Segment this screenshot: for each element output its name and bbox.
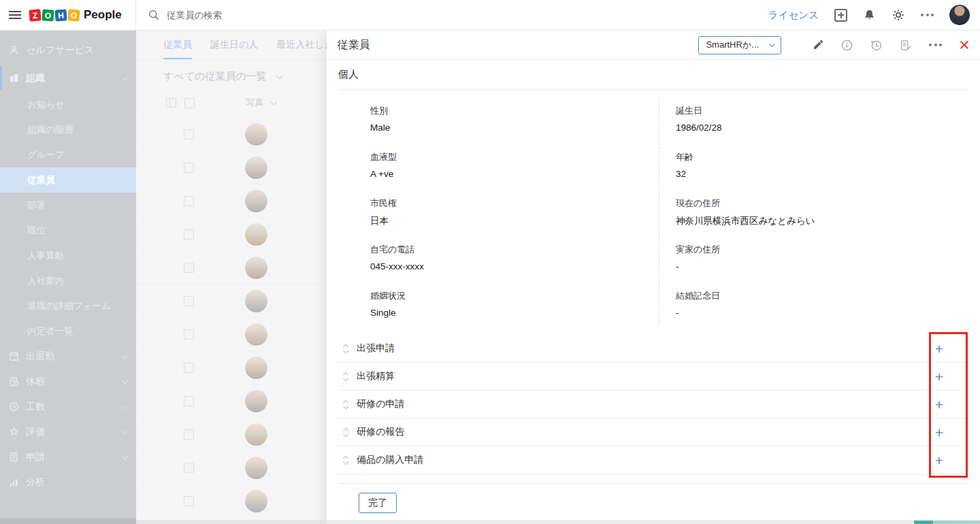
sidebar-item-candidates[interactable]: 内定者一覧 <box>0 318 136 344</box>
photo-column-header[interactable]: 写真 <box>246 97 263 109</box>
row-checkbox[interactable] <box>184 296 194 306</box>
employee-avatar[interactable] <box>245 157 267 179</box>
sidebar-item-employees[interactable]: 従業員 <box>0 167 136 193</box>
logo-tile-h: H <box>54 9 67 21</box>
sidebar-item-performance[interactable]: 評価 <box>0 419 136 444</box>
field-value: 神奈川県横浜市西区みなとみらい <box>676 215 968 227</box>
row-checkbox[interactable] <box>184 496 194 506</box>
tab-birthdays[interactable]: 誕生日の人 <box>210 31 258 59</box>
sidebar-item-designations[interactable]: 職位 <box>0 218 136 243</box>
sidebar-item-self-service[interactable]: セルフサービス <box>0 36 136 64</box>
sidebar-item-org-hierarchy[interactable]: 組織の階層 <box>0 117 136 142</box>
more-options-icon[interactable] <box>921 14 934 16</box>
bar-chart-icon <box>9 477 19 487</box>
expand-collapse-icon[interactable] <box>344 373 348 380</box>
row-checkbox[interactable] <box>184 463 194 473</box>
row-checkbox[interactable] <box>184 196 194 206</box>
view-selector[interactable]: すべての従業員の一覧 <box>136 60 327 83</box>
audit-log-icon[interactable] <box>900 39 911 51</box>
search-input[interactable] <box>167 10 453 20</box>
employee-avatar[interactable] <box>245 290 267 312</box>
notifications-bell-icon[interactable] <box>863 9 876 22</box>
row-checkbox[interactable] <box>184 163 194 173</box>
tab-employees[interactable]: 従業員 <box>163 31 192 59</box>
edit-pencil-icon[interactable] <box>813 39 823 50</box>
employee-avatar[interactable] <box>245 490 267 512</box>
hamburger-menu-icon[interactable] <box>9 11 21 19</box>
sidebar-item-announcements[interactable]: お知らせ <box>0 92 136 117</box>
row-checkbox[interactable] <box>184 229 194 240</box>
sidebar-item-departments[interactable]: 部署 <box>0 193 136 218</box>
sidebar-item-organization[interactable]: 組織 <box>0 64 136 92</box>
employee-avatar[interactable] <box>245 123 267 146</box>
employee-avatar[interactable] <box>245 257 267 279</box>
field-label: 自宅の電話 <box>370 244 653 256</box>
employee-avatar[interactable] <box>245 390 267 412</box>
panel-more-options-icon[interactable] <box>929 44 942 46</box>
panel-header: 従業員 SmartHRか... <box>327 31 980 60</box>
row-checkbox[interactable] <box>184 129 194 140</box>
field-age: 年齢32 <box>653 144 968 191</box>
section-row-training-report[interactable]: 研修の報告 + <box>338 419 968 446</box>
close-icon[interactable] <box>960 40 969 50</box>
row-checkbox[interactable] <box>184 396 194 406</box>
add-column-icon[interactable] <box>166 98 176 108</box>
sidebar-item-requests[interactable]: 申請 <box>0 444 136 470</box>
sidebar-item-timesheet[interactable]: 工数 <box>0 394 136 419</box>
tab-recent-joiners[interactable]: 最近入社した人 <box>276 31 327 59</box>
table-row <box>136 217 327 250</box>
table-row <box>136 117 327 150</box>
field-label: 結婚記念日 <box>676 290 968 302</box>
sidebar-item-exit-details-form[interactable]: 退職の詳細フォーム <box>0 293 136 318</box>
personal-section-title: 個人 <box>338 60 968 90</box>
field-marital-status: 婚姻状況Single <box>338 283 653 329</box>
row-checkbox[interactable] <box>184 363 194 373</box>
row-checkbox[interactable] <box>184 429 194 440</box>
chat-widget-strip <box>914 521 980 524</box>
field-citizenship: 市民権日本 <box>338 191 653 237</box>
sidebar-item-label: 申請 <box>26 451 45 463</box>
expand-collapse-icon[interactable] <box>344 457 348 464</box>
section-row-travel-request[interactable]: 出張申請 + <box>338 335 968 363</box>
expand-collapse-icon[interactable] <box>344 401 348 408</box>
table-row <box>136 484 327 517</box>
chevron-down-icon <box>769 42 774 47</box>
employee-avatar[interactable] <box>245 223 267 246</box>
sidebar-item-leave[interactable]: 休暇 <box>0 369 136 394</box>
employee-rows <box>136 117 327 517</box>
table-row <box>136 250 327 284</box>
settings-gear-icon[interactable] <box>892 8 905 22</box>
row-checkbox[interactable] <box>184 329 194 340</box>
section-row-travel-expense[interactable]: 出張精算 + <box>338 363 968 391</box>
sidebar-item-analytics[interactable]: 分析 <box>0 470 136 495</box>
section-title: 研修の報告 <box>357 426 404 438</box>
license-link[interactable]: ライセンス <box>768 9 819 22</box>
sidebar-item-groups[interactable]: グループ <box>0 142 136 167</box>
info-icon[interactable] <box>841 39 853 51</box>
done-button[interactable]: 完了 <box>359 493 397 513</box>
employee-avatar[interactable] <box>245 357 267 379</box>
employee-avatar[interactable] <box>245 323 267 346</box>
section-row-training-request[interactable]: 研修の申請 + <box>338 391 968 419</box>
sidebar-item-onboarding[interactable]: 入社案内 <box>0 268 136 293</box>
select-all-checkbox[interactable] <box>184 98 195 108</box>
employee-avatar[interactable] <box>245 423 267 446</box>
row-checkbox[interactable] <box>184 263 194 273</box>
sidebar-item-hr-changes[interactable]: 人事異動 <box>0 243 136 268</box>
field-wedding-anniversary: 結婚記念日- <box>653 283 968 329</box>
field-value: 日本 <box>370 215 653 227</box>
employee-avatar[interactable] <box>245 190 267 212</box>
section-title: 出張申請 <box>357 342 395 355</box>
section-row-equipment-purchase[interactable]: 備品の購入申請 + <box>338 446 968 474</box>
sidebar-item-attendance[interactable]: 出退勤 <box>0 344 136 369</box>
zoho-people-logo[interactable]: Z O H O People <box>29 8 122 22</box>
template-dropdown[interactable]: SmartHRか... <box>698 36 781 54</box>
user-avatar[interactable] <box>949 5 970 25</box>
panel-header-actions <box>813 39 969 51</box>
history-icon[interactable] <box>870 39 882 51</box>
quick-add-icon[interactable] <box>834 9 847 22</box>
expand-collapse-icon[interactable] <box>344 345 348 353</box>
expand-collapse-icon[interactable] <box>344 429 348 436</box>
table-row <box>136 317 327 350</box>
employee-avatar[interactable] <box>245 457 267 479</box>
